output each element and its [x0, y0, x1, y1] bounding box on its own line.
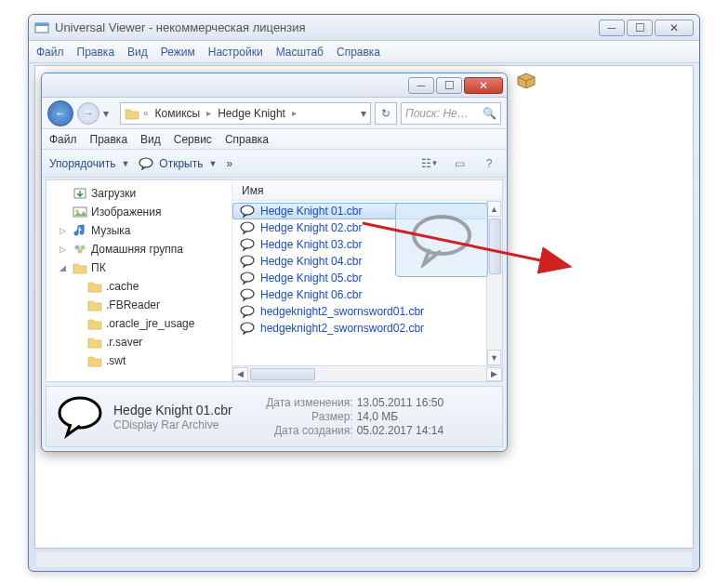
menu-view[interactable]: Вид	[127, 46, 148, 59]
tree-item[interactable]: ◢ПК	[46, 258, 232, 277]
file-type-icon	[56, 392, 104, 441]
explorer-toolbar: Упорядочить▼ Открыть▼ » ☷ ▼ ▭ ?	[42, 150, 507, 178]
explorer-maximize-button[interactable]: ☐	[436, 77, 462, 94]
tree-item[interactable]: .r.saver	[46, 333, 232, 351]
scroll-left-button[interactable]: ◀	[232, 367, 248, 381]
scroll-up-button[interactable]: ▲	[487, 201, 501, 217]
explorer-menu-view[interactable]: Вид	[140, 133, 161, 146]
tree-item[interactable]: ▷Музыка	[46, 221, 232, 240]
search-placeholder: Поиск: He…	[405, 107, 469, 120]
file-item[interactable]: Hedge Knight 05.cbr	[232, 270, 502, 286]
outer-titlebar[interactable]: Universal Viewer - некоммерческая лиценз…	[29, 15, 699, 41]
tree-item[interactable]: .FBReader	[46, 296, 232, 314]
file-item[interactable]: Hedge Knight 04.cbr	[232, 253, 502, 270]
svg-rect-1	[35, 23, 48, 26]
app-icon	[34, 20, 49, 35]
menu-help[interactable]: Справка	[337, 46, 380, 59]
file-list-pane: Имя Hedge Knight 01.cbrHedge Knight 02.c…	[232, 180, 502, 381]
menu-mode[interactable]: Режим	[161, 46, 195, 59]
breadcrumb-root[interactable]: «	[143, 108, 149, 118]
tree-item[interactable]: .oracle_jre_usage	[46, 314, 232, 333]
details-filetype: CDisplay Rar Archive	[113, 418, 232, 431]
file-item[interactable]: hedgeknight2_swornsword02.cbr	[232, 320, 502, 337]
tree-item[interactable]: .swt	[46, 351, 232, 370]
explorer-minimize-button[interactable]: ─	[408, 77, 434, 94]
explorer-menu-file[interactable]: Файл	[49, 133, 77, 146]
organize-button[interactable]: Упорядочить▼	[49, 157, 129, 170]
details-filename: Hedge Knight 01.cbr	[113, 403, 232, 417]
column-header-name[interactable]: Имя	[232, 180, 502, 201]
explorer-menu-edit[interactable]: Правка	[90, 133, 128, 146]
details-size-label: Размер:	[251, 410, 353, 423]
svg-point-17	[60, 398, 100, 428]
explorer-body: ЗагрузкиИзображения▷Музыка▷Домашняя груп…	[46, 179, 503, 382]
menu-edit[interactable]: Правка	[77, 46, 115, 59]
nav-history-dropdown[interactable]: ▾	[103, 107, 116, 120]
menu-settings[interactable]: Настройки	[208, 46, 263, 59]
outer-minimize-button[interactable]: ─	[599, 20, 625, 36]
breadcrumb-dropdown[interactable]: ▾	[361, 107, 366, 120]
package-icon	[516, 72, 536, 88]
svg-point-10	[241, 222, 254, 232]
file-item[interactable]: Hedge Knight 01.cbr	[232, 203, 502, 219]
svg-point-7	[81, 245, 86, 250]
svg-point-13	[241, 272, 254, 282]
scroll-thumb-h[interactable]	[250, 368, 315, 380]
details-pane: Hedge Knight 01.cbr CDisplay Rar Archive…	[46, 386, 503, 447]
outer-maximize-button[interactable]: ☐	[627, 20, 653, 36]
menu-zoom[interactable]: Масштаб	[276, 46, 324, 59]
details-size-value: 14,0 МБ	[357, 410, 399, 423]
explorer-titlebar[interactable]: ─ ☐ ✕	[42, 73, 507, 98]
svg-point-12	[241, 256, 254, 265]
svg-point-2	[139, 158, 152, 167]
nav-forward-button[interactable]: →	[77, 102, 99, 125]
folder-tree[interactable]: ЗагрузкиИзображения▷Музыка▷Домашняя груп…	[46, 180, 232, 381]
explorer-menubar: Файл Правка Вид Сервис Справка	[42, 129, 507, 150]
file-item[interactable]: Hedge Knight 03.cbr	[232, 236, 502, 253]
outer-close-button[interactable]: ✕	[655, 20, 694, 36]
details-modified-value: 13.05.2011 16:50	[357, 396, 443, 409]
breadcrumb[interactable]: « Комиксы ▸ Hedge Knight ▸ ▾	[120, 102, 371, 125]
tree-item[interactable]: Загрузки	[46, 184, 232, 203]
svg-point-14	[241, 289, 254, 298]
file-item[interactable]: hedgeknight2_swornsword01.cbr	[232, 303, 502, 320]
horizontal-scrollbar[interactable]: ◀ ▶	[232, 365, 502, 381]
nav-back-button[interactable]: ←	[47, 100, 73, 126]
tree-item[interactable]: Изображения	[46, 203, 232, 221]
details-created-label: Дата создания:	[251, 424, 353, 437]
folder-icon	[125, 106, 139, 121]
file-list[interactable]: Hedge Knight 01.cbrHedge Knight 02.cbrHe…	[232, 201, 502, 365]
svg-point-8	[78, 249, 83, 254]
explorer-close-button[interactable]: ✕	[464, 77, 503, 94]
file-item[interactable]: Hedge Knight 02.cbr	[232, 219, 502, 236]
preview-pane-button[interactable]: ▭	[449, 154, 470, 173]
breadcrumb-item-1[interactable]: Комиксы	[152, 107, 204, 120]
search-input[interactable]: Поиск: He… 🔍	[401, 102, 501, 125]
svg-point-16	[241, 323, 254, 332]
toolbar-more[interactable]: »	[226, 157, 232, 170]
tree-item[interactable]: ▷Домашняя группа	[46, 240, 232, 258]
chevron-right-icon: ▸	[292, 108, 297, 118]
explorer-menu-tools[interactable]: Сервис	[174, 133, 212, 146]
file-item[interactable]: Hedge Knight 06.cbr	[232, 286, 502, 303]
refresh-button[interactable]: ↻	[375, 102, 397, 125]
search-icon: 🔍	[483, 107, 496, 120]
menu-file[interactable]: Файл	[36, 46, 64, 59]
scroll-down-button[interactable]: ▼	[487, 350, 501, 365]
svg-point-11	[241, 239, 254, 248]
svg-point-9	[241, 205, 254, 215]
vertical-scrollbar[interactable]: ▲ ▼	[486, 201, 502, 365]
svg-point-15	[241, 306, 254, 315]
open-button[interactable]: Открыть▼	[139, 157, 217, 170]
view-mode-button[interactable]: ☷ ▼	[419, 154, 440, 173]
explorer-menu-help[interactable]: Справка	[225, 133, 269, 146]
breadcrumb-item-2[interactable]: Hedge Knight	[215, 107, 288, 120]
details-modified-label: Дата изменения:	[251, 396, 353, 409]
outer-title: Universal Viewer - некоммерческая лиценз…	[55, 20, 599, 34]
svg-point-6	[75, 245, 80, 250]
help-button[interactable]: ?	[479, 154, 499, 173]
outer-menubar: Файл Правка Вид Режим Настройки Масштаб …	[29, 41, 699, 63]
scroll-thumb[interactable]	[489, 219, 501, 274]
scroll-right-button[interactable]: ▶	[486, 367, 502, 381]
tree-item[interactable]: .cache	[46, 277, 232, 296]
